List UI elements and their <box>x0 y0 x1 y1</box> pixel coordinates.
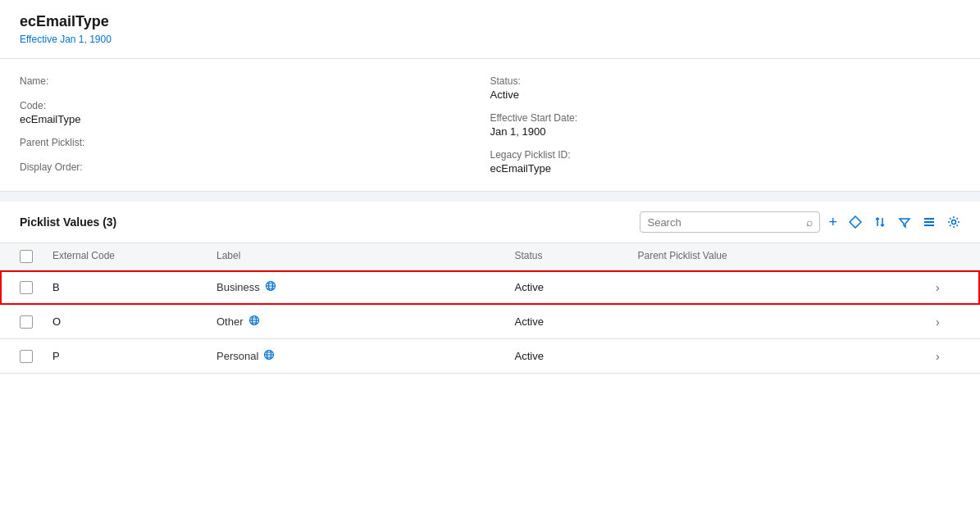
header-section: ecEmailType Effective Jan 1, 1900 <box>0 0 980 59</box>
table-row[interactable]: O Other Active › <box>0 305 980 339</box>
field-code: Code: ecEmailType <box>20 100 490 125</box>
field-name: Name: <box>20 75 490 88</box>
row-code-b: B <box>52 281 217 293</box>
svg-marker-0 <box>850 216 861 228</box>
picklist-title: Picklist Values (3) <box>20 215 631 229</box>
field-parent-picklist: Parent Picklist: <box>20 137 490 150</box>
row-checkbox-b[interactable] <box>20 281 33 294</box>
sort-icon[interactable] <box>873 215 887 229</box>
row-code-o: O <box>52 315 217 328</box>
globe-icon-p <box>263 349 275 363</box>
status-value: Active <box>490 88 961 101</box>
header-checkbox[interactable] <box>20 250 33 263</box>
row-status-p: Active <box>515 350 638 362</box>
svg-rect-3 <box>924 225 934 226</box>
add-icon[interactable]: + <box>828 214 837 231</box>
picklist-header: Picklist Values (3) ⌕ + <box>0 202 980 243</box>
legacy-picklist-id-label: Legacy Picklist ID: <box>490 149 961 161</box>
row-checkbox-o[interactable] <box>20 315 33 329</box>
row-label-o: Other <box>217 315 515 329</box>
page-title: ecEmailType <box>20 13 960 30</box>
table-header: External Code Label Status Parent Pickli… <box>0 243 980 270</box>
columns-icon[interactable] <box>923 215 936 229</box>
chevron-right-o[interactable]: › <box>936 315 960 329</box>
col-external-code: External Code <box>52 250 217 263</box>
chevron-right-p[interactable]: › <box>936 350 960 363</box>
effective-start-date-value: Jan 1, 1900 <box>490 125 961 138</box>
parent-picklist-label: Parent Picklist: <box>20 137 490 148</box>
search-input[interactable] <box>647 216 806 229</box>
chevron-right-b[interactable]: › <box>936 281 960 294</box>
effective-date: Effective Jan 1, 1900 <box>20 34 960 45</box>
diamond-icon[interactable] <box>849 215 862 229</box>
field-legacy-picklist-id: Legacy Picklist ID: ecEmailType <box>490 149 961 175</box>
col-label: Label <box>217 250 515 263</box>
field-effective-start-date: Effective Start Date: Jan 1, 1900 <box>490 112 961 138</box>
code-label: Code: <box>20 100 490 111</box>
col-status: Status <box>515 250 638 263</box>
svg-point-4 <box>952 220 956 225</box>
table-row[interactable]: P Personal Active › <box>0 339 980 374</box>
page: ecEmailType Effective Jan 1, 1900 Name: … <box>0 0 980 508</box>
right-fields: Status: Active Effective Start Date: Jan… <box>490 75 961 175</box>
row-label-p: Personal <box>217 349 515 363</box>
name-label: Name: <box>20 75 490 87</box>
col-parent-picklist-value: Parent Picklist Value <box>638 250 937 263</box>
picklist-section: Picklist Values (3) ⌕ + <box>0 202 980 508</box>
svg-rect-1 <box>924 218 934 220</box>
code-value: ecEmailType <box>20 113 490 125</box>
field-status: Status: Active <box>490 75 961 101</box>
svg-rect-2 <box>924 221 934 223</box>
globe-icon-o <box>248 315 260 329</box>
legacy-picklist-id-value: ecEmailType <box>490 162 961 175</box>
filter-icon[interactable] <box>898 215 911 229</box>
settings-icon[interactable] <box>947 215 960 229</box>
search-icon: ⌕ <box>806 215 813 229</box>
row-label-b: Business <box>217 280 515 294</box>
table-row[interactable]: B Business Active › <box>0 270 980 305</box>
row-status-o: Active <box>515 315 638 328</box>
search-box[interactable]: ⌕ <box>640 211 820 233</box>
field-display-order: Display Order: <box>20 161 490 175</box>
toolbar-icons: + <box>828 214 960 231</box>
status-label: Status: <box>490 75 961 87</box>
left-fields: Name: Code: ecEmailType Parent Picklist:… <box>20 75 490 175</box>
effective-start-date-label: Effective Start Date: <box>490 112 961 124</box>
detail-section: Name: Code: ecEmailType Parent Picklist:… <box>0 59 980 192</box>
globe-icon-b <box>265 280 276 294</box>
row-status-b: Active <box>515 281 638 293</box>
row-checkbox-p[interactable] <box>20 350 33 363</box>
row-code-p: P <box>52 350 217 362</box>
display-order-label: Display Order: <box>20 161 490 173</box>
